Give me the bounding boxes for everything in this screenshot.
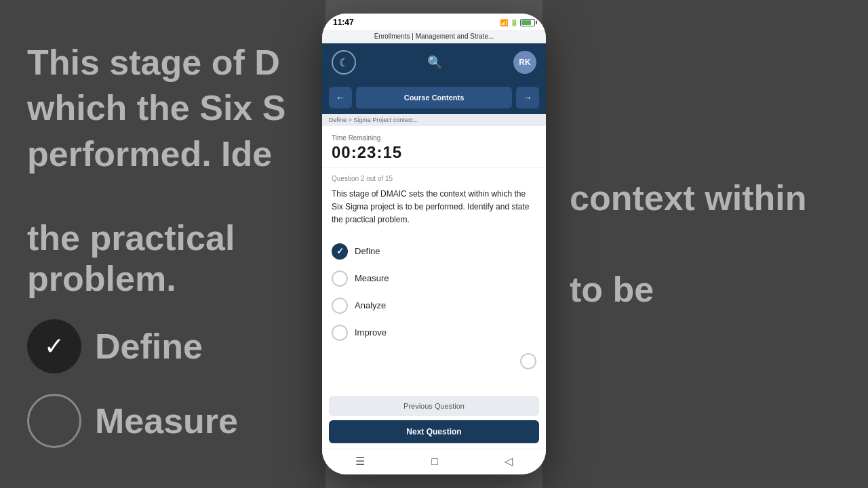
wifi-icon: 🔋 bbox=[510, 19, 518, 26]
app-logo[interactable]: ☾ bbox=[332, 50, 356, 75]
background-left: This stage of Dwhich the Six Sperformed.… bbox=[0, 0, 326, 488]
next-question-button[interactable]: Next Question bbox=[329, 420, 539, 443]
option-analyze-label: Analyze bbox=[355, 300, 386, 310]
option-analyze[interactable]: Analyze bbox=[332, 293, 536, 318]
timer-section: Time Remaining 00:23:15 bbox=[322, 126, 546, 168]
avatar-initials: RK bbox=[519, 58, 530, 67]
forward-icon: → bbox=[523, 92, 532, 103]
status-bar: 11:47 📶 🔋 bbox=[322, 14, 546, 30]
question-section: Question 2 out of 15 This stage of DMAIC… bbox=[322, 168, 546, 234]
browser-tab-text: Enrollments | Management and Strate... bbox=[374, 33, 494, 40]
option-define[interactable]: Define bbox=[332, 239, 536, 264]
bg-text-top: This stage of Dwhich the Six Sperformed.… bbox=[27, 40, 298, 178]
extra-radio-section bbox=[322, 350, 546, 372]
question-text: This stage of DMAIC sets the context wit… bbox=[332, 188, 536, 227]
browser-tab-bar: Enrollments | Management and Strate... bbox=[322, 30, 546, 43]
prev-question-button[interactable]: Previous Question bbox=[329, 396, 539, 416]
options-section: Define Measure Analyze Improve bbox=[322, 234, 546, 350]
option-measure-label: Measure bbox=[355, 273, 389, 283]
signal-icon: 📶 bbox=[500, 19, 508, 26]
app-header: ☾ 🔍 RK bbox=[322, 43, 546, 81]
timer-label: Time Remaining bbox=[332, 134, 536, 142]
battery-icon bbox=[520, 19, 535, 26]
option-improve[interactable]: Improve bbox=[332, 321, 536, 345]
back-button[interactable]: ← bbox=[329, 87, 352, 108]
option-define-radio[interactable] bbox=[332, 243, 348, 260]
option-improve-label: Improve bbox=[355, 327, 387, 338]
course-contents-label: Course Contents bbox=[404, 94, 465, 102]
quiz-content: Time Remaining 00:23:15 Question 2 out o… bbox=[322, 126, 546, 390]
background-right: context withinto be bbox=[542, 0, 868, 488]
option-analyze-radio[interactable] bbox=[332, 298, 348, 314]
timer-value: 00:23:15 bbox=[332, 143, 536, 162]
phone-frame: 11:47 📶 🔋 Enrollments | Management and S… bbox=[322, 14, 546, 474]
logo-symbol: ☾ bbox=[339, 56, 349, 69]
bg-problem-text: the practicalproblem. bbox=[27, 218, 235, 298]
android-home-icon[interactable]: □ bbox=[431, 455, 438, 468]
android-back-icon[interactable]: ◁ bbox=[505, 455, 513, 468]
forward-button[interactable]: → bbox=[516, 87, 539, 108]
android-menu-icon[interactable]: ☰ bbox=[355, 455, 365, 468]
question-meta: Question 2 out of 15 bbox=[332, 175, 536, 182]
bottom-buttons: Previous Question Next Question bbox=[322, 390, 546, 449]
android-nav-bar: ☰ □ ◁ bbox=[322, 449, 546, 474]
option-measure-radio[interactable] bbox=[332, 270, 348, 287]
search-icon[interactable]: 🔍 bbox=[427, 55, 442, 70]
nav-bar: ← Course Contents → bbox=[322, 81, 546, 114]
bg-measure-circle bbox=[27, 394, 81, 448]
bg-define-circle: ✓ bbox=[27, 319, 81, 373]
back-icon: ← bbox=[336, 92, 345, 103]
bg-right-text: context withinto be bbox=[570, 176, 841, 313]
breadcrumb: Define > Sigma Project context... bbox=[322, 114, 546, 126]
breadcrumb-text: Define > Sigma Project context... bbox=[329, 117, 418, 123]
bg-measure-label: Measure bbox=[95, 401, 238, 441]
avatar[interactable]: RK bbox=[513, 51, 536, 74]
option-define-label: Define bbox=[355, 246, 380, 256]
bg-define-label: Define bbox=[95, 326, 203, 367]
extra-radio-circle[interactable] bbox=[520, 353, 536, 369]
option-improve-radio[interactable] bbox=[332, 325, 348, 341]
status-icons: 📶 🔋 bbox=[500, 19, 535, 26]
status-time: 11:47 bbox=[333, 18, 354, 27]
option-measure[interactable]: Measure bbox=[332, 266, 536, 291]
course-contents-button[interactable]: Course Contents bbox=[356, 87, 512, 108]
